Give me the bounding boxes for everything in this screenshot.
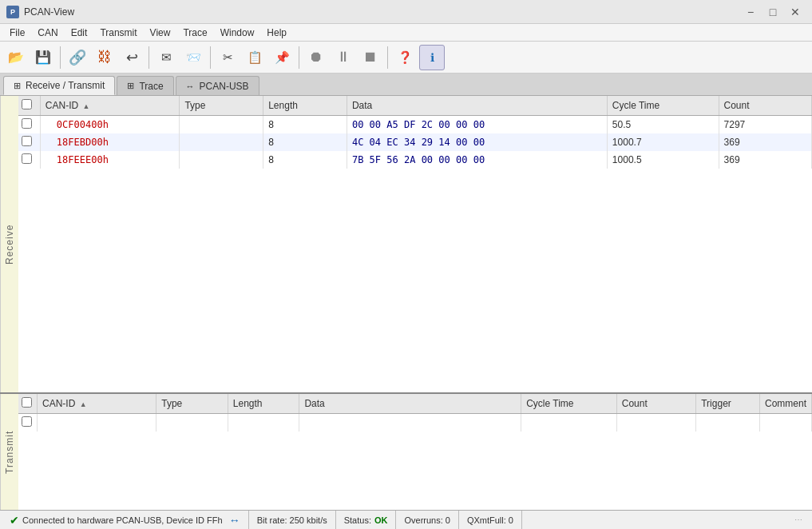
- toolbar: 📂 💾 🔗 ⛓ ↩ ✉ 📨 ✂ 📋 📌 ⏺ ⏸ ⏹ ❓ ℹ: [0, 42, 812, 74]
- qxmt-text: QXmtFull: 0: [467, 515, 513, 525]
- tab-label-pcan: PCAN-USB: [200, 81, 249, 92]
- paste-button[interactable]: 📌: [269, 45, 295, 70]
- window-controls: − □ ✕: [740, 4, 806, 20]
- row-canid: 0CF00400h: [40, 116, 180, 134]
- row-type: [180, 116, 263, 134]
- msg2-button[interactable]: 📨: [180, 45, 206, 70]
- unlink-button[interactable]: ⛓: [92, 45, 117, 70]
- link-button[interactable]: 🔗: [65, 45, 90, 70]
- sort-arrow-canid: ▲: [83, 102, 90, 110]
- transmit-table-row[interactable]: [18, 414, 812, 432]
- row-cycle: 1000.5: [607, 151, 719, 169]
- tab-receive-transmit[interactable]: ⊞ Receive / Transmit: [3, 76, 115, 95]
- row-check[interactable]: [18, 133, 40, 151]
- app-icon: P: [6, 6, 19, 18]
- col-header-check: [18, 96, 40, 116]
- tx-row-cycle: [521, 414, 617, 432]
- connection-text: Connected to hardware PCAN-USB, Device I…: [22, 515, 223, 525]
- row-type: [180, 151, 263, 169]
- tx-col-header-cycle: Cycle Time: [521, 394, 617, 414]
- info-button[interactable]: ℹ: [419, 45, 445, 70]
- row-check[interactable]: [18, 151, 40, 169]
- row-type: [180, 133, 263, 151]
- copy-button[interactable]: 📋: [242, 45, 267, 70]
- status-dots: ⋯: [794, 515, 806, 524]
- status-label: Status:: [344, 515, 371, 525]
- status-value: OK: [374, 515, 388, 525]
- cut-button[interactable]: ✂: [215, 45, 240, 70]
- menu-help[interactable]: Help: [260, 24, 293, 41]
- minimize-button[interactable]: −: [740, 4, 761, 20]
- receive-table-row[interactable]: 0CF00400h 8 00 00 A5 DF 2C 00 00 00 50.5…: [18, 116, 812, 134]
- menu-bar: File CAN Edit Transmit View Trace Window…: [0, 24, 812, 42]
- stop-button[interactable]: ⏹: [358, 45, 383, 70]
- col-header-count: Count: [719, 96, 811, 116]
- menu-view[interactable]: View: [144, 24, 177, 41]
- receive-label: Receive: [0, 96, 18, 392]
- tx-row-check[interactable]: [18, 414, 38, 432]
- transmit-panel: Transmit CAN-ID ▲ Type Length Data: [0, 394, 812, 510]
- tx-row-type: [156, 414, 228, 432]
- receive-table-header: CAN-ID ▲ Type Length Data Cycle Time Cou…: [18, 96, 812, 116]
- main-content: Receive CAN-ID ▲ Type Length Data: [0, 96, 812, 510]
- row-count: 369: [719, 133, 811, 151]
- maximize-button[interactable]: □: [762, 4, 783, 20]
- tab-icon-receive: ⊞: [14, 81, 21, 91]
- toolbar-sep-1: [60, 46, 61, 69]
- title-bar: P PCAN-View − □ ✕: [0, 0, 812, 24]
- menu-can[interactable]: CAN: [31, 24, 64, 41]
- select-all-transmit[interactable]: [22, 397, 32, 408]
- row-check[interactable]: [18, 116, 40, 134]
- tx-col-header-canid[interactable]: CAN-ID ▲: [38, 394, 156, 414]
- receive-table-row[interactable]: 18FEEE00h 8 7B 5F 56 2A 00 00 00 00 1000…: [18, 151, 812, 169]
- open-button[interactable]: 📂: [3, 45, 29, 70]
- pause-button[interactable]: ⏸: [331, 45, 356, 70]
- row-length: 8: [263, 151, 347, 169]
- select-all-receive[interactable]: [22, 99, 32, 109]
- tab-icon-trace: ⊞: [127, 81, 134, 91]
- menu-trace[interactable]: Trace: [176, 24, 213, 41]
- menu-file[interactable]: File: [3, 24, 31, 41]
- status-bar: ✔ Connected to hardware PCAN-USB, Device…: [0, 510, 812, 529]
- help-button[interactable]: ❓: [392, 45, 418, 70]
- row-data: 4C 04 EC 34 29 14 00 00: [347, 133, 607, 151]
- menu-transmit[interactable]: Transmit: [93, 24, 143, 41]
- transmit-table-body: [18, 414, 812, 432]
- receive-table-container[interactable]: CAN-ID ▲ Type Length Data Cycle Time Cou…: [18, 96, 812, 392]
- transmit-table-header: CAN-ID ▲ Type Length Data Cycle Time Cou…: [18, 394, 812, 414]
- bitrate-text: Bit rate: 250 kbit/s: [257, 515, 327, 525]
- tx-col-header-type: Type: [156, 394, 228, 414]
- menu-edit[interactable]: Edit: [65, 24, 94, 41]
- tab-icon-pcan: ↔: [186, 82, 195, 91]
- close-button[interactable]: ✕: [785, 4, 806, 20]
- save-button[interactable]: 💾: [30, 45, 56, 70]
- row-count: 7297: [719, 116, 811, 134]
- row-length: 8: [263, 116, 347, 134]
- msg1-button[interactable]: ✉: [153, 45, 179, 70]
- qxmt-status: QXmtFull: 0: [459, 511, 522, 529]
- transmit-table: CAN-ID ▲ Type Length Data Cycle Time Cou…: [18, 394, 812, 432]
- tab-pcan-usb[interactable]: ↔ PCAN-USB: [176, 76, 259, 95]
- receive-table-row[interactable]: 18FEBD00h 8 4C 04 EC 34 29 14 00 00 1000…: [18, 133, 812, 151]
- tab-trace[interactable]: ⊞ Trace: [117, 76, 173, 95]
- row-length: 8: [263, 133, 347, 151]
- col-header-data: Data: [347, 96, 607, 116]
- tx-sort-arrow-canid: ▲: [80, 400, 87, 408]
- connection-ok-icon: ✔: [10, 514, 19, 527]
- row-canid: 18FEBD00h: [40, 133, 180, 151]
- tx-row-canid: [38, 414, 156, 432]
- back-button[interactable]: ↩: [119, 45, 145, 70]
- menu-window[interactable]: Window: [214, 24, 261, 41]
- tab-label-trace: Trace: [139, 81, 163, 92]
- overruns-text: Overruns: 0: [404, 515, 450, 525]
- app-title: PCAN-View: [24, 6, 740, 18]
- col-header-canid[interactable]: CAN-ID ▲: [40, 96, 180, 116]
- toolbar-sep-3: [210, 46, 211, 69]
- toolbar-sep-5: [387, 46, 388, 69]
- record-button[interactable]: ⏺: [303, 45, 329, 70]
- transmit-table-container[interactable]: CAN-ID ▲ Type Length Data Cycle Time Cou…: [18, 394, 812, 510]
- tx-col-header-check: [18, 394, 38, 414]
- bitrate-status: Bit rate: 250 kbit/s: [249, 511, 336, 529]
- tx-col-header-data: Data: [299, 394, 521, 414]
- row-cycle: 50.5: [607, 116, 719, 134]
